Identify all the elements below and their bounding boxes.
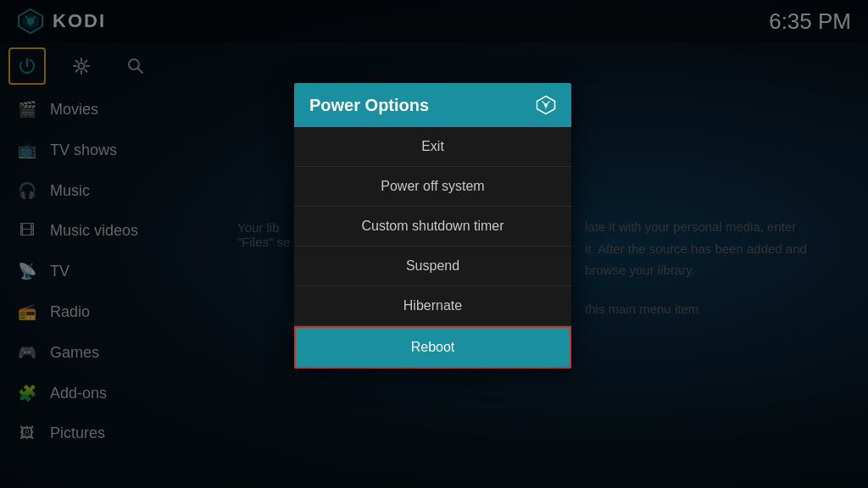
dialog-item-hibernate[interactable]: Hibernate	[294, 286, 571, 326]
dialog-item-exit[interactable]: Exit	[294, 127, 571, 167]
dialog-item-reboot[interactable]: Reboot	[294, 326, 571, 369]
dialog-title: Power Options	[309, 96, 429, 115]
dialog-header: Power Options	[294, 83, 571, 127]
dialog-body: Exit Power off system Custom shutdown ti…	[294, 127, 571, 369]
dialog-kodi-icon	[536, 95, 556, 115]
dialog-item-suspend[interactable]: Suspend	[294, 247, 571, 286]
dialog-item-custom-shutdown[interactable]: Custom shutdown timer	[294, 207, 571, 247]
power-options-dialog: Power Options Exit Power off system Cust…	[294, 83, 571, 369]
svg-point-15	[544, 103, 548, 107]
dialog-item-power-off[interactable]: Power off system	[294, 167, 571, 207]
